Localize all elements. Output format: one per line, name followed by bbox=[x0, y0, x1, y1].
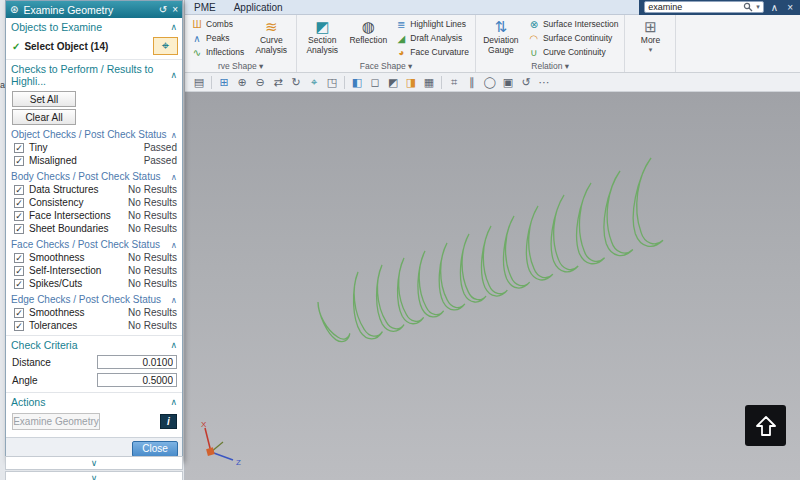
curve-continuity-button[interactable]: ∪Curve Continuity bbox=[524, 45, 623, 59]
face-curvature-button[interactable]: ◕Face Curvature bbox=[391, 45, 473, 59]
graphics-viewport[interactable]: X Z bbox=[185, 92, 800, 480]
command-finder: ▾ bbox=[644, 1, 764, 13]
section-view-icon[interactable]: ◨ bbox=[402, 75, 420, 90]
deviation-gauge-button[interactable]: ⇅Deviation Gauge bbox=[478, 16, 524, 55]
dialog-reset-icon[interactable]: ↺ bbox=[159, 4, 167, 15]
ribbon: ШCombs∧Peaks∿Inflections≋Curve Analysisr… bbox=[185, 15, 800, 73]
section-analysis-button[interactable]: ◩Section Analysis bbox=[299, 16, 345, 55]
checkbox-tolerances[interactable]: ✓ bbox=[14, 321, 24, 331]
rotate-view-icon[interactable]: ↻ bbox=[287, 75, 305, 90]
actions-collapse-icon[interactable]: ∧ bbox=[170, 397, 177, 407]
blade-section-curve[interactable] bbox=[577, 183, 605, 264]
blade-section-curve[interactable] bbox=[603, 171, 634, 256]
blade-section-curve[interactable] bbox=[311, 297, 352, 345]
checkbox-tiny[interactable]: ✓ bbox=[14, 143, 24, 153]
snapshot-icon[interactable]: ◳ bbox=[323, 75, 341, 90]
actions-section-title: Actions bbox=[11, 396, 45, 408]
information-button[interactable]: i bbox=[160, 414, 177, 429]
search-icon[interactable] bbox=[743, 2, 753, 12]
zoom-out-icon[interactable]: ⊖ bbox=[251, 75, 269, 90]
combs-button[interactable]: ШCombs bbox=[187, 17, 248, 31]
half-shade-icon[interactable]: ◩ bbox=[384, 75, 402, 90]
menu-item-application[interactable]: Application bbox=[225, 1, 292, 14]
circle-tool-icon[interactable]: ◯ bbox=[481, 75, 499, 90]
checks-collapse-icon[interactable]: ∧ bbox=[170, 70, 177, 80]
check-group-collapse-icon[interactable]: ∧ bbox=[171, 130, 177, 140]
fit-view-icon[interactable]: ⊞ bbox=[215, 75, 233, 90]
menu-item-pme[interactable]: PME bbox=[185, 1, 225, 14]
checkbox-data-structures[interactable]: ✓ bbox=[14, 185, 24, 195]
angle-label: Angle bbox=[12, 375, 38, 386]
pan-icon[interactable]: ⇄ bbox=[269, 75, 287, 90]
check-label: Consistency bbox=[29, 197, 83, 208]
checkbox-face-intersections[interactable]: ✓ bbox=[14, 211, 24, 221]
checkbox-smoothness[interactable]: ✓ bbox=[14, 253, 24, 263]
set-all-button[interactable]: Set All bbox=[12, 91, 76, 107]
window-close-icon[interactable]: × bbox=[785, 0, 795, 15]
orientation-triad[interactable]: X Z bbox=[195, 420, 249, 468]
checkbox-consistency[interactable]: ✓ bbox=[14, 198, 24, 208]
examine-geometry-button[interactable]: Examine Geometry bbox=[12, 413, 100, 430]
section-analysis-label: Section Analysis bbox=[299, 36, 345, 55]
wireframe-view-icon[interactable]: ◻ bbox=[366, 75, 384, 90]
collapsed-panel-1[interactable]: ∨ bbox=[5, 456, 183, 470]
checkbox-spikes-cuts[interactable]: ✓ bbox=[14, 279, 24, 289]
blade-section-curve[interactable] bbox=[632, 157, 666, 246]
draft-analysis-button[interactable]: ◢Draft Analysis bbox=[391, 31, 473, 45]
more-button[interactable]: ⊞More▾ bbox=[627, 16, 673, 53]
criteria-collapse-icon[interactable]: ∧ bbox=[170, 340, 177, 350]
checkbox-misaligned[interactable]: ✓ bbox=[14, 156, 24, 166]
check-status: Passed bbox=[144, 142, 177, 153]
curve-continuity-icon: ∪ bbox=[528, 47, 540, 58]
curve-analysis-button[interactable]: ≋Curve Analysis bbox=[248, 16, 294, 55]
menu-dropdown-icon[interactable]: ▤ bbox=[190, 75, 208, 90]
collapsed-panel-2[interactable]: ∨ bbox=[5, 471, 183, 480]
ribbon-group-label[interactable]: rve Shape ▾ bbox=[187, 61, 294, 72]
distance-input[interactable] bbox=[97, 355, 177, 369]
grid-icon[interactable]: ⌗ bbox=[445, 75, 463, 90]
reflection-label: Reflection bbox=[349, 36, 387, 46]
dialog-close-icon[interactable]: × bbox=[172, 4, 178, 15]
peaks-button[interactable]: ∧Peaks bbox=[187, 31, 248, 45]
objects-collapse-icon[interactable]: ∧ bbox=[170, 22, 177, 32]
select-object-row[interactable]: ✓ Select Object (14) ⌖ bbox=[6, 35, 182, 60]
command-search-input[interactable] bbox=[648, 2, 740, 12]
checkbox-sheet-boundaries[interactable]: ✓ bbox=[14, 224, 24, 234]
minimize-ribbon-icon[interactable]: ∧ bbox=[769, 0, 780, 15]
checkbox-smoothness[interactable]: ✓ bbox=[14, 308, 24, 318]
more-tools-icon[interactable]: ⋯ bbox=[535, 75, 553, 90]
reflection-button[interactable]: ◍Reflection bbox=[345, 16, 391, 46]
blade-section-curve[interactable] bbox=[525, 206, 553, 281]
check-group-collapse-icon[interactable]: ∧ bbox=[171, 240, 177, 250]
surface-intersection-button[interactable]: ⊗Surface Intersection bbox=[524, 17, 623, 31]
bounds-icon[interactable]: ▣ bbox=[499, 75, 517, 90]
split-view-icon[interactable]: ∥ bbox=[463, 75, 481, 90]
surface-continuity-button[interactable]: ◠Surface Continuity bbox=[524, 31, 623, 45]
close-button[interactable]: Close bbox=[132, 441, 178, 457]
inflections-button[interactable]: ∿Inflections bbox=[187, 45, 248, 59]
highlight-lines-button[interactable]: ≣Highlight Lines bbox=[391, 17, 473, 31]
examine-geometry-dialog: ⊛ Examine Geometry ↺ × Objects to Examin… bbox=[5, 0, 183, 461]
zoom-in-icon[interactable]: ⊕ bbox=[233, 75, 251, 90]
combs-icon: Ш bbox=[191, 19, 203, 30]
ribbon-group-label[interactable]: Face Shape ▾ bbox=[299, 61, 473, 72]
check-group-collapse-icon[interactable]: ∧ bbox=[171, 295, 177, 305]
search-dropdown-icon[interactable]: ▾ bbox=[756, 3, 760, 11]
orient-view-icon[interactable]: ⌖ bbox=[305, 75, 323, 90]
layers-icon[interactable]: ▦ bbox=[420, 75, 438, 90]
angle-input[interactable] bbox=[97, 373, 177, 387]
select-object-button[interactable]: ⌖ bbox=[153, 37, 178, 55]
check-group-collapse-icon[interactable]: ∧ bbox=[171, 172, 177, 182]
ribbon-group-label[interactable]: Relation ▾ bbox=[478, 61, 623, 72]
fit-home-button[interactable] bbox=[745, 405, 786, 446]
dialog-options-icon[interactable]: ⊛ bbox=[10, 4, 18, 15]
blade-section-curve[interactable] bbox=[550, 195, 578, 272]
checkbox-self-intersection[interactable]: ✓ bbox=[14, 266, 24, 276]
shaded-view-icon[interactable]: ◧ bbox=[348, 75, 366, 90]
clear-all-button[interactable]: Clear All bbox=[12, 109, 76, 125]
left-panel: ate ⊛ Examine Geometry ↺ × Objects to Ex… bbox=[0, 0, 185, 480]
blade-section-curve[interactable] bbox=[501, 215, 530, 288]
dialog-titlebar[interactable]: ⊛ Examine Geometry ↺ × bbox=[6, 1, 182, 18]
undo-view-icon[interactable]: ↺ bbox=[517, 75, 535, 90]
surface-intersection-icon: ⊗ bbox=[528, 19, 540, 30]
